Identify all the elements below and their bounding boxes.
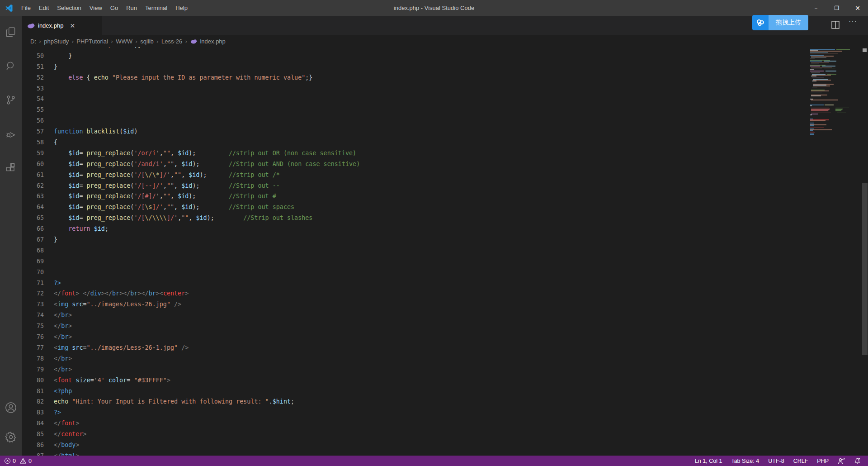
- window-controls: –❐✕: [806, 0, 868, 16]
- code-line-75[interactable]: 75</br>: [22, 321, 868, 332]
- line-number: 56: [22, 115, 44, 126]
- menu-item-edit[interactable]: Edit: [35, 0, 53, 16]
- code-line-54[interactable]: 54: [22, 94, 868, 105]
- drag-upload-button[interactable]: 拖拽上传: [752, 15, 808, 30]
- line-number: 57: [22, 126, 44, 137]
- code-line-57[interactable]: 57function blacklist($id): [22, 126, 868, 137]
- breadcrumb-item[interactable]: Less-26: [161, 38, 182, 45]
- code-text: </br>: [54, 353, 72, 364]
- menu-item-help[interactable]: Help: [171, 0, 192, 16]
- code-line-86[interactable]: 86</body>: [22, 440, 868, 451]
- notifications-bell-icon[interactable]: [854, 457, 861, 464]
- code-editor[interactable]: 49 echo "</font>";}50 }51}52 else { echo…: [22, 47, 868, 456]
- code-line-85[interactable]: 85</center>: [22, 429, 868, 440]
- settings-gear-icon[interactable]: [0, 426, 22, 448]
- status-encoding[interactable]: UTF-8: [768, 458, 784, 464]
- code-line-62[interactable]: 62 $id= preg_replace('/[--]/',"", $id); …: [22, 181, 868, 191]
- warnings-icon: [20, 458, 26, 464]
- menu-item-go[interactable]: Go: [106, 0, 122, 16]
- code-line-55[interactable]: 55: [22, 105, 868, 115]
- code-line-58[interactable]: 58{: [22, 137, 868, 148]
- code-line-65[interactable]: 65 $id= preg_replace('/[\/\\\\]/',"", $i…: [22, 213, 868, 223]
- account-icon[interactable]: [0, 397, 22, 418]
- code-line-77[interactable]: 77<img src="../images/Less-26-1.jpg" />: [22, 342, 868, 353]
- warnings-count: 0: [28, 458, 32, 464]
- menu-item-terminal[interactable]: Terminal: [141, 0, 171, 16]
- explorer-icon[interactable]: [0, 21, 22, 43]
- code-line-69[interactable]: 69: [22, 256, 868, 267]
- menu-item-run[interactable]: Run: [122, 0, 141, 16]
- minimap[interactable]: [810, 49, 861, 148]
- code-line-80[interactable]: 80<font size='4' color= "#33FFFF">: [22, 375, 868, 386]
- code-line-87[interactable]: 87</html>: [22, 451, 868, 456]
- code-line-56[interactable]: 56: [22, 115, 868, 126]
- code-line-59[interactable]: 59 $id= preg_replace('/or/i',"", $id); /…: [22, 148, 868, 159]
- code-line-60[interactable]: 60 $id= preg_replace('/and/i',"", $id); …: [22, 159, 868, 170]
- code-line-79[interactable]: 79</br>: [22, 364, 868, 375]
- problems-indicator[interactable]: ✕ 0 0: [0, 458, 32, 464]
- code-line-64[interactable]: 64 $id= preg_replace('/[\s]/',"", $id); …: [22, 202, 868, 213]
- search-icon[interactable]: [0, 55, 22, 77]
- code-line-71[interactable]: 71?>: [22, 278, 868, 289]
- cloud-upload-icon: [752, 15, 769, 30]
- breadcrumb-separator: ›: [185, 38, 187, 45]
- code-line-82[interactable]: 82echo "Hint: Your Input is Filtered wit…: [22, 396, 868, 407]
- code-line-61[interactable]: 61 $id= preg_replace('/[\/\*]/',"", $id)…: [22, 170, 868, 181]
- source-control-icon[interactable]: [0, 89, 22, 111]
- code-line-52[interactable]: 52 else { echo "Please input the ID as p…: [22, 72, 868, 83]
- breadcrumb-item[interactable]: WWW: [116, 38, 132, 45]
- feedback-person-icon[interactable]: [838, 458, 845, 464]
- line-number: 55: [22, 105, 44, 115]
- code-text: function blacklist($id): [54, 126, 137, 137]
- line-number: 66: [22, 223, 44, 234]
- code-line-72[interactable]: 72</font> </div></br></br></br><center>: [22, 288, 868, 299]
- line-number: 83: [22, 407, 44, 418]
- tab-bar: index.php ✕ 拖拽上传 ···: [22, 16, 868, 35]
- more-actions-icon[interactable]: ···: [849, 18, 857, 26]
- code-line-66[interactable]: 66 return $id;: [22, 223, 868, 234]
- scrollbar-thumb[interactable]: [862, 183, 868, 355]
- code-line-81[interactable]: 81<?php: [22, 386, 868, 397]
- code-line-67[interactable]: 67}: [22, 234, 868, 245]
- restore-window-icon[interactable]: ❐: [826, 0, 847, 16]
- split-editor-icon[interactable]: [831, 20, 840, 31]
- breadcrumb-item[interactable]: index.php: [200, 38, 225, 45]
- minimize-window-icon[interactable]: –: [806, 0, 826, 16]
- menu-item-view[interactable]: View: [85, 0, 106, 16]
- breadcrumb[interactable]: D:›phpStudy›PHPTutorial›WWW›sqllib›Less-…: [22, 35, 868, 47]
- breadcrumb-item[interactable]: PHPTutorial: [76, 38, 108, 45]
- code-line-49[interactable]: 49 echo "</font>";}: [22, 47, 868, 51]
- status-eol[interactable]: CRLF: [793, 458, 808, 464]
- code-line-51[interactable]: 51}: [22, 62, 868, 72]
- code-line-50[interactable]: 50 }: [22, 51, 868, 62]
- run-debug-icon[interactable]: [0, 123, 22, 145]
- close-window-icon[interactable]: ✕: [847, 0, 868, 16]
- breadcrumb-separator: ›: [71, 38, 74, 45]
- code-line-68[interactable]: 68: [22, 245, 868, 256]
- status-tab-size[interactable]: Tab Size: 4: [731, 458, 759, 464]
- line-number: 80: [22, 375, 44, 386]
- code-line-78[interactable]: 78</br>: [22, 353, 868, 364]
- tab-close-icon[interactable]: ✕: [70, 22, 75, 29]
- code-line-74[interactable]: 74</br>: [22, 310, 868, 321]
- code-line-63[interactable]: 63 $id= preg_replace('/[#]/',"", $id); /…: [22, 191, 868, 202]
- line-number: 62: [22, 181, 44, 191]
- breadcrumb-item[interactable]: D:: [30, 38, 36, 45]
- status-line-col[interactable]: Ln 1, Col 1: [695, 458, 722, 464]
- line-number: 81: [22, 386, 44, 397]
- code-line-84[interactable]: 84</font>: [22, 418, 868, 429]
- status-language[interactable]: PHP: [817, 458, 829, 464]
- code-line-83[interactable]: 83?>: [22, 407, 868, 418]
- tab-index-php[interactable]: index.php ✕: [22, 16, 102, 35]
- breadcrumb-separator: ›: [156, 38, 159, 45]
- code-line-73[interactable]: 73<img src="../images/Less-26.jpg" />: [22, 299, 868, 310]
- breadcrumb-item[interactable]: sqllib: [140, 38, 154, 45]
- breadcrumb-item[interactable]: phpStudy: [44, 38, 69, 45]
- code-line-53[interactable]: 53: [22, 83, 868, 94]
- line-number: 73: [22, 299, 44, 310]
- menu-item-selection[interactable]: Selection: [53, 0, 85, 16]
- code-line-70[interactable]: 70: [22, 267, 868, 278]
- menu-item-file[interactable]: File: [17, 0, 35, 16]
- extensions-icon[interactable]: [0, 157, 22, 179]
- code-line-76[interactable]: 76</br>: [22, 332, 868, 342]
